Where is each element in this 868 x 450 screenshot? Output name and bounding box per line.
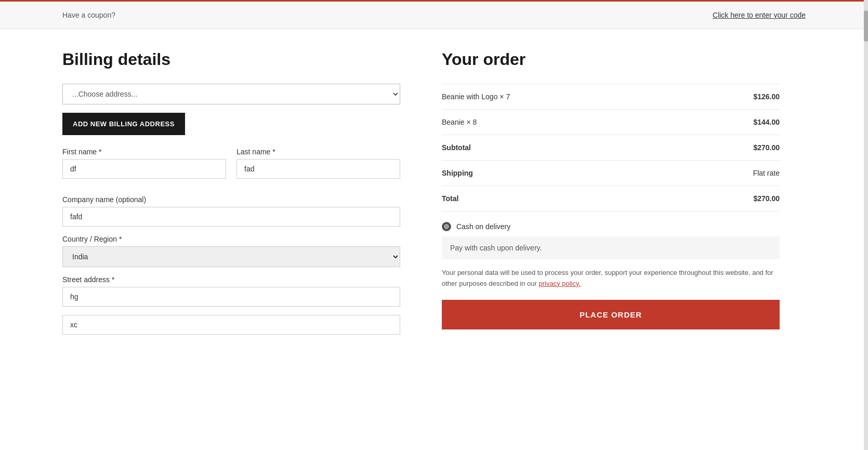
privacy-policy-link[interactable]: privacy policy.: [538, 280, 581, 287]
order-item-2-name: Beanie × 8: [442, 118, 477, 126]
order-total-value: $270.00: [753, 194, 780, 203]
order-shipping-label: Shipping: [442, 169, 473, 177]
address-select[interactable]: ...Choose address...: [62, 84, 400, 104]
last-name-label: Last name *: [236, 148, 400, 156]
place-order-button[interactable]: PLACE ORDER: [442, 300, 780, 329]
street2-group: [62, 315, 400, 335]
order-title: Your order: [442, 50, 780, 69]
country-select[interactable]: India: [62, 246, 400, 267]
order-subtotal-label: Subtotal: [442, 143, 471, 152]
street-label: Street address *: [62, 275, 400, 284]
payment-description: Pay with cash upon delivery.: [442, 236, 780, 259]
payment-section: Cash on delivery Pay with cash upon deli…: [442, 222, 780, 259]
order-item-1-name: Beanie with Logo × 7: [442, 92, 510, 101]
street-input[interactable]: [62, 287, 400, 307]
first-name-label: First name *: [62, 148, 226, 156]
last-name-group: Last name *: [236, 148, 400, 179]
company-group: Company name (optional): [62, 195, 400, 227]
coupon-text: Have a coupon?: [62, 11, 115, 19]
add-address-button[interactable]: ADD NEW BILLING ADDRESS: [62, 113, 185, 135]
coupon-bar: Have a coupon? Click here to enter your …: [0, 0, 868, 29]
order-item-1-price: $126.00: [753, 92, 780, 101]
billing-section: Billing details ...Choose address... ADD…: [62, 50, 400, 343]
billing-title: Billing details: [62, 50, 400, 69]
main-content: Billing details ...Choose address... ADD…: [0, 29, 868, 364]
order-item-1: Beanie with Logo × 7 $126.00: [442, 84, 780, 110]
last-name-input[interactable]: [236, 159, 400, 179]
order-total-row: Total $270.00: [442, 186, 780, 211]
order-table: Beanie with Logo × 7 $126.00 Beanie × 8 …: [442, 84, 780, 211]
first-name-group: First name *: [62, 148, 226, 179]
company-input[interactable]: [62, 207, 400, 227]
street-group: Street address *: [62, 275, 400, 307]
order-shipping-value: Flat rate: [753, 169, 780, 177]
street2-input[interactable]: [62, 315, 400, 335]
cash-on-delivery-option: Cash on delivery: [442, 222, 780, 231]
order-total-label: Total: [442, 194, 458, 203]
country-group: Country / Region * India: [62, 235, 400, 267]
cash-on-delivery-label: Cash on delivery: [456, 222, 510, 231]
order-subtotal-value: $270.00: [753, 143, 780, 152]
cash-on-delivery-radio[interactable]: [442, 222, 451, 231]
privacy-notice: Your personal data will be used to proce…: [442, 268, 780, 289]
order-item-2-price: $144.00: [753, 118, 780, 126]
order-item-2: Beanie × 8 $144.00: [442, 110, 780, 135]
scrollbar[interactable]: [864, 0, 868, 364]
country-label: Country / Region *: [62, 235, 400, 243]
company-label: Company name (optional): [62, 195, 400, 204]
order-shipping-row: Shipping Flat rate: [442, 161, 780, 186]
first-name-input[interactable]: [62, 159, 226, 179]
order-subtotal-row: Subtotal $270.00: [442, 135, 780, 161]
name-row: First name * Last name *: [62, 148, 400, 187]
scrollbar-thumb[interactable]: [864, 10, 868, 42]
order-section: Your order Beanie with Logo × 7 $126.00 …: [442, 50, 780, 343]
coupon-link[interactable]: Click here to enter your code: [713, 11, 806, 19]
